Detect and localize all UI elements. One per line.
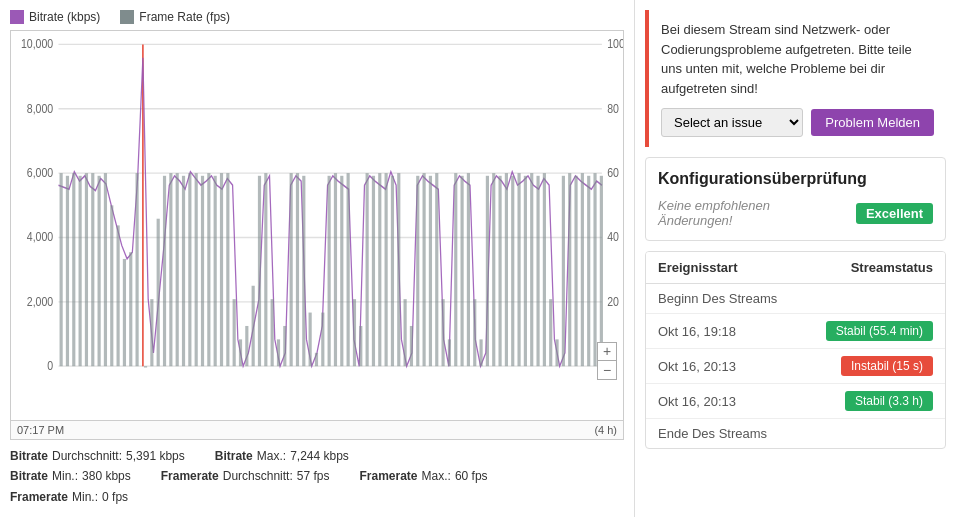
config-box: Konfigurationsüberprüfung Keine empfohle… [645,157,946,241]
svg-rect-29 [129,252,132,366]
svg-rect-41 [207,173,210,366]
svg-rect-60 [328,176,331,366]
stat-bitrate-avg-value: 5,391 kbps [126,446,185,466]
left-panel: Bitrate (kbps) Frame Rate (fps) 10,000 8… [0,0,635,517]
svg-rect-51 [271,299,274,366]
report-button[interactable]: Problem Melden [811,109,934,136]
svg-rect-98 [568,173,571,366]
stat-framerate-avg: Framerate Durchschnitt: 57 fps [161,466,330,486]
config-badge: Excellent [856,203,933,224]
svg-rect-55 [296,173,299,366]
svg-rect-84 [479,339,482,366]
config-title: Konfigurationsüberprüfung [658,170,933,188]
svg-rect-77 [435,173,438,366]
svg-rect-67 [372,176,375,366]
svg-rect-53 [283,326,286,366]
right-panel: Bei diesem Stream sind Netzwerk- oder Co… [635,0,956,517]
svg-rect-88 [505,173,508,366]
svg-rect-57 [309,313,312,367]
svg-rect-22 [85,173,88,366]
config-status-text: Keine empfohlenen Änderungen! [658,198,846,228]
zoom-out-button[interactable]: − [598,361,616,379]
svg-text:40: 40 [607,229,619,245]
svg-rect-18 [60,173,63,366]
chart-area: 10,000 8,000 6,000 4,000 2,000 0 100 80 … [10,30,624,421]
stat-framerate-avg-prefix: Durchschnitt: [223,466,293,486]
issue-row: Select an issue Network Issue Encoding I… [661,108,934,137]
time-range: (4 h) [594,424,617,436]
svg-rect-92 [530,173,533,366]
event-badge-e3: Stabil (3.3 h) [845,391,933,411]
svg-rect-61 [334,173,337,366]
svg-text:20: 20 [607,294,619,310]
svg-rect-78 [442,299,445,366]
stat-bitrate-avg: Bitrate Durchschnitt: 5,391 kbps [10,446,185,466]
svg-rect-76 [429,176,432,366]
svg-rect-59 [321,313,324,367]
stat-bitrate-avg-label: Bitrate [10,446,48,466]
svg-rect-52 [277,339,280,366]
stat-framerate-min: Framerate Min.: 0 fps [10,487,128,507]
stat-framerate-avg-value: 57 fps [297,466,330,486]
stats-row-1: Bitrate Durchschnitt: 5,391 kbps Bitrate… [10,446,624,466]
svg-text:8,000: 8,000 [27,101,54,117]
event-row-e1: Okt 16, 19:18 Stabil (55.4 min) [646,314,945,349]
svg-rect-21 [79,176,82,366]
svg-rect-65 [359,326,362,366]
svg-rect-26 [110,205,113,366]
framerate-legend-label: Frame Rate (fps) [139,10,230,24]
svg-rect-89 [511,176,514,366]
svg-rect-91 [524,176,527,366]
zoom-controls: + − [597,342,617,380]
issue-select[interactable]: Select an issue Network Issue Encoding I… [661,108,803,137]
zoom-in-button[interactable]: + [598,343,616,361]
event-label-e3: Okt 16, 20:13 [658,394,736,409]
event-row-e3: Okt 16, 20:13 Stabil (3.3 h) [646,384,945,419]
svg-rect-30 [136,173,139,366]
svg-text:6,000: 6,000 [27,165,54,181]
event-label-start: Beginn Des Streams [658,291,777,306]
stat-bitrate-min-label: Bitrate [10,466,48,486]
svg-rect-40 [201,176,204,366]
svg-rect-38 [188,173,191,366]
config-status-row: Keine empfohlenen Änderungen! Excellent [658,198,933,228]
time-bar: 07:17 PM (4 h) [10,421,624,440]
svg-rect-47 [245,326,248,366]
svg-rect-69 [385,173,388,366]
svg-rect-19 [66,176,69,366]
stat-framerate-min-value: 0 fps [102,487,128,507]
stat-framerate-max: Framerate Max.: 60 fps [360,466,488,486]
svg-rect-25 [104,173,107,366]
svg-rect-63 [347,173,350,366]
svg-rect-37 [182,176,185,366]
stat-bitrate-min: Bitrate Min.: 380 kbps [10,466,131,486]
svg-rect-36 [176,173,179,366]
svg-rect-64 [353,299,356,366]
time-start: 07:17 PM [17,424,64,436]
bitrate-color-swatch [10,10,24,24]
events-table: Ereignisstart Streamstatus Beginn Des St… [645,251,946,449]
svg-rect-42 [214,176,217,366]
events-col1: Ereignisstart [658,260,737,275]
svg-rect-33 [157,219,160,366]
event-badge-e2: Instabil (15 s) [841,356,933,376]
svg-rect-99 [574,176,577,366]
svg-rect-35 [169,173,172,366]
svg-text:2,000: 2,000 [27,294,54,310]
svg-rect-56 [302,176,305,366]
svg-rect-45 [233,299,236,366]
svg-text:100: 100 [607,36,623,52]
svg-rect-62 [340,176,343,366]
stat-bitrate-min-prefix: Min.: [52,466,78,486]
svg-rect-90 [517,173,520,366]
svg-rect-70 [391,176,394,366]
svg-rect-86 [492,173,495,366]
stat-framerate-avg-label: Framerate [161,466,219,486]
stat-framerate-max-prefix: Max.: [422,466,451,486]
stat-bitrate-max-label: Bitrate [215,446,253,466]
svg-rect-34 [163,176,166,366]
svg-text:60: 60 [607,165,619,181]
svg-rect-72 [404,299,407,366]
alert-box: Bei diesem Stream sind Netzwerk- oder Co… [645,10,946,147]
events-header: Ereignisstart Streamstatus [646,252,945,284]
